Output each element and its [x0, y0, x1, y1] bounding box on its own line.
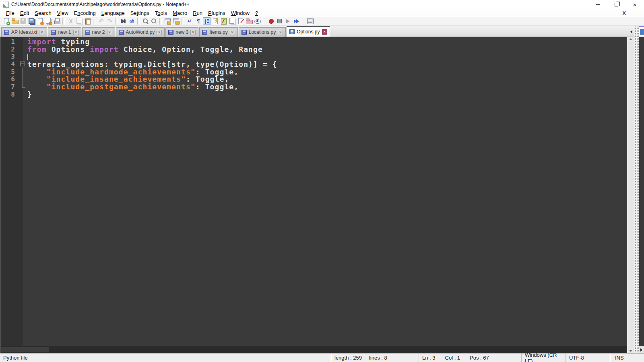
string-token: "include_postgame_achievements"	[47, 82, 196, 91]
tab-locations-py[interactable]: Locations.py×	[239, 27, 286, 37]
restore-button[interactable]	[607, 0, 625, 9]
view-splitter[interactable]	[634, 37, 639, 353]
sync-horizontal-icon[interactable]	[172, 17, 180, 25]
zoom-in-icon[interactable]	[142, 17, 149, 25]
tab-new-1[interactable]: new 1×	[48, 27, 81, 37]
macro-record-icon[interactable]	[267, 17, 275, 25]
menu-item-help[interactable]: ?	[252, 9, 261, 17]
word-wrap-icon[interactable]	[186, 17, 194, 25]
tab-close-icon[interactable]: ×	[322, 29, 327, 35]
undo-icon[interactable]	[97, 17, 105, 25]
horizontal-scrollbar-thumb[interactable]	[1, 347, 49, 352]
line-label: Ln : 3	[422, 355, 436, 361]
macro-play-icon[interactable]	[284, 17, 292, 25]
close-all-icon[interactable]	[45, 17, 52, 25]
scroll-up-icon[interactable]	[629, 38, 632, 40]
tab-items-py[interactable]: Items.py×	[199, 27, 237, 37]
fold-line	[22, 75, 23, 83]
menu-item-edit[interactable]: Edit	[17, 9, 32, 17]
main-area: 1import typing2from Options import Choic…	[0, 37, 644, 353]
menu-item-search[interactable]: Search	[32, 9, 54, 17]
open-icon[interactable]	[11, 17, 19, 25]
notepadpp-window: C:\Users\Dood\Documents\tmp\Archipelago\…	[0, 0, 644, 362]
replace-icon[interactable]	[128, 17, 136, 25]
doc-close-icon[interactable]: X	[622, 10, 626, 16]
tab-close-icon[interactable]: ×	[39, 30, 44, 35]
second-view-tab[interactable]	[639, 26, 644, 37]
tab-new-2[interactable]: new 2×	[82, 27, 115, 37]
tab-scroll-left-button[interactable]	[628, 27, 634, 37]
status-encoding[interactable]: UTF-8	[566, 354, 610, 362]
print-icon[interactable]	[53, 17, 61, 25]
menu-item-view[interactable]: View	[54, 9, 71, 17]
tab-close-icon[interactable]: ×	[230, 30, 235, 35]
sync-vertical-icon[interactable]	[164, 17, 171, 25]
find-icon[interactable]	[120, 17, 127, 25]
status-insert-mode[interactable]: INS	[610, 354, 644, 362]
monitor-eye-icon[interactable]	[254, 17, 261, 25]
show-all-chars-icon[interactable]	[194, 17, 202, 25]
menu-item-run[interactable]: Run	[190, 9, 205, 17]
macro-multi-icon[interactable]	[293, 17, 300, 25]
doc-map-icon[interactable]	[220, 17, 227, 25]
tab-close-icon[interactable]: ×	[190, 30, 196, 35]
redo-icon[interactable]	[106, 17, 114, 25]
code-line-5: 5 "include_hardmode_achievements": Toggl…	[0, 68, 627, 76]
second-view-hscroll[interactable]	[639, 346, 644, 353]
scroll-right-icon	[640, 348, 642, 352]
second-view-editor[interactable]	[639, 37, 644, 346]
tab-ap-ideas-txt[interactable]: AP Ideas.txt×	[1, 27, 47, 37]
save-icon[interactable]	[19, 17, 27, 25]
line-number: 6	[0, 75, 19, 83]
function-list-icon[interactable]	[211, 17, 219, 25]
tab-label: new 2	[92, 29, 105, 35]
fold-collapse-icon[interactable]: −	[20, 62, 25, 66]
tab-close-icon[interactable]: ×	[278, 30, 283, 35]
cut-icon[interactable]	[67, 17, 74, 25]
menu-item-encoding[interactable]: Encoding	[71, 9, 99, 17]
menu-item-settings[interactable]: Settings	[128, 9, 152, 17]
menu-items: FileEditSearchViewEncodingLanguageSettin…	[3, 9, 261, 17]
tab-label: Locations.py	[249, 29, 276, 35]
macro-save-icon[interactable]	[306, 17, 314, 25]
zoom-out-icon[interactable]	[150, 17, 158, 25]
macro-stop-icon[interactable]	[276, 17, 283, 25]
tab-close-icon[interactable]: ×	[107, 30, 112, 35]
tab-autoworld-py[interactable]: AutoWorld.py×	[116, 27, 165, 37]
scroll-down-icon[interactable]	[629, 350, 632, 352]
menu-item-tools[interactable]: Tools	[152, 9, 170, 17]
vertical-scrollbar[interactable]	[627, 37, 634, 353]
status-eol-format[interactable]: Windows (CR LF)	[521, 354, 566, 362]
save-state-icon	[51, 30, 56, 35]
doc-switcher-icon[interactable]	[228, 17, 236, 25]
paste-icon[interactable]	[84, 17, 91, 25]
menu-item-window[interactable]: Window	[228, 9, 252, 17]
save-all-icon[interactable]	[28, 17, 35, 25]
signature-icon[interactable]	[237, 17, 244, 25]
tab-options-py[interactable]: Options.py×	[287, 26, 330, 37]
folder-workspace-icon[interactable]	[245, 17, 253, 25]
horizontal-scrollbar[interactable]	[0, 346, 627, 353]
status-length-section: length : 259 lines : 8	[331, 354, 419, 362]
code-editor[interactable]: 1import typing2from Options import Choic…	[0, 37, 627, 346]
copy-icon[interactable]	[75, 17, 83, 25]
menu-item-macro[interactable]: Macro	[170, 9, 190, 17]
toolbar-separator	[62, 18, 65, 25]
menu-item-file[interactable]: File	[3, 9, 17, 17]
code-text: from Options import Choice, Option, Togg…	[27, 45, 263, 53]
close-button[interactable]: ×	[625, 0, 644, 9]
code-text: "include_postgame_achievements": Toggle,	[27, 82, 239, 91]
view-splitter-top[interactable]	[634, 26, 639, 37]
menu-item-language[interactable]: Language	[99, 9, 128, 17]
minimize-button[interactable]	[588, 0, 607, 9]
column-label: Col : 1	[445, 355, 460, 361]
menu-item-plugins[interactable]: Plugins	[205, 9, 228, 17]
code-token: }	[27, 90, 32, 99]
indent-guide-icon[interactable]	[203, 17, 211, 25]
close-icon[interactable]	[36, 17, 44, 25]
tab-close-icon[interactable]: ×	[73, 30, 78, 35]
second-view-sliver	[639, 37, 644, 353]
new-file-icon[interactable]	[2, 17, 10, 25]
tab-new-3[interactable]: new 3×	[165, 27, 198, 37]
tab-close-icon[interactable]: ×	[157, 30, 162, 35]
